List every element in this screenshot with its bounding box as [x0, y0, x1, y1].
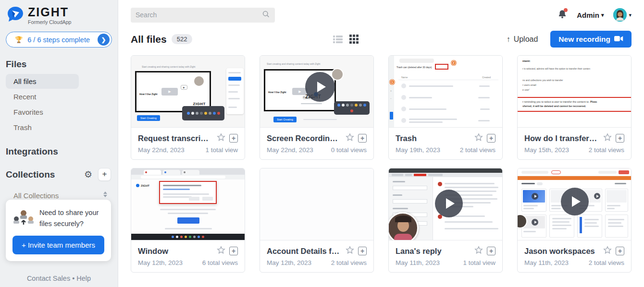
play-icon: ▶	[181, 85, 187, 90]
file-thumbnail[interactable]: ​ Start creating and sharing content tod…	[131, 56, 245, 128]
search-box[interactable]	[131, 8, 275, 23]
play-icon: ▶	[161, 88, 178, 96]
notifications-button[interactable]	[557, 9, 567, 21]
admin-label: Admin	[577, 11, 599, 19]
doc-line: e user'	[522, 88, 530, 91]
sidebar-item-recent[interactable]: Recent	[6, 89, 79, 104]
avatar[interactable]	[613, 8, 627, 22]
grid-view-toggle[interactable]	[349, 35, 359, 44]
new-recording-label: New recording	[558, 35, 610, 44]
file-thumbnail[interactable]: + − Trash can (deleted after 30 days) 2 …	[389, 56, 502, 128]
caret-down-icon: ▾	[629, 12, 632, 18]
thumb-caption: Start creating and sharing content today…	[142, 65, 195, 68]
file-card[interactable]: Lana's reply + May 11th, 2023 1 total vi…	[388, 168, 503, 273]
admin-menu[interactable]: Admin ▾	[577, 11, 604, 19]
play-overlay-icon[interactable]	[435, 190, 463, 217]
file-card[interactable]: Start creating and sharing content today…	[260, 55, 374, 160]
annotation-box	[159, 181, 217, 204]
file-thumbnail[interactable]	[260, 168, 373, 240]
add-to-collection-icon[interactable]: +	[487, 134, 495, 143]
invite-team-members-button[interactable]: + Invite team members	[12, 236, 104, 254]
file-count-badge: 522	[172, 34, 193, 44]
favorite-star-icon[interactable]	[216, 132, 226, 144]
add-to-collection-icon[interactable]: +	[616, 134, 624, 143]
file-thumbnail[interactable]: ZIGHT	[131, 168, 245, 240]
favorite-star-icon[interactable]	[603, 245, 612, 257]
file-date: May 12th, 2023	[138, 259, 183, 266]
file-card[interactable]: + − Trash can (deleted after 30 days) 2 …	[388, 55, 503, 160]
upload-button[interactable]: ↑ Upload	[507, 35, 538, 44]
invite-message: Need to share your files securely?	[39, 207, 104, 229]
file-card[interactable]: ZIGHT Win	[131, 168, 245, 273]
thumb-caption: Start creating and sharing content today…	[267, 62, 320, 65]
new-recording-button[interactable]: New recording	[550, 31, 632, 48]
file-thumbnail[interactable]: ntent: r is selected, admins will have t…	[518, 56, 631, 128]
sidebar-item-all-files[interactable]: All files	[6, 74, 79, 89]
thumb-logo: ZIGHT	[193, 102, 206, 106]
onboarding-progress[interactable]: 🏆 6 / 6 steps complete ❯	[6, 32, 112, 48]
search-input[interactable]	[136, 11, 262, 19]
presenter-avatar	[193, 75, 205, 87]
zight-logo-icon	[7, 6, 24, 25]
file-card[interactable]: ntent: r is selected, admins will have t…	[517, 55, 632, 160]
integrations-heading[interactable]: Integrations	[0, 142, 118, 161]
file-thumbnail[interactable]	[518, 168, 631, 240]
page-header: All files 522 ↑ Upload New recording	[118, 30, 644, 55]
file-views: 2 total views	[589, 259, 624, 266]
file-card[interactable]: ​ Start creating and sharing content tod…	[131, 55, 245, 160]
sort-toggle-icon[interactable]	[100, 191, 110, 198]
file-thumbnail[interactable]: Start creating and sharing content today…	[260, 56, 373, 128]
brand-logo[interactable]: ZIGHT Formerly CloudApp	[0, 0, 118, 28]
gear-icon[interactable]: ⚙	[84, 170, 92, 179]
favorite-star-icon[interactable]	[216, 245, 226, 257]
list-view-toggle[interactable]	[333, 35, 343, 44]
chevron-right-icon[interactable]: ❯	[98, 34, 110, 46]
file-date: May 12th, 2023	[267, 259, 311, 266]
collections-heading: Collections	[0, 165, 84, 184]
add-to-collection-icon[interactable]: +	[229, 134, 238, 143]
sidebar-item-trash[interactable]: Trash	[6, 120, 79, 135]
add-to-collection-icon[interactable]: +	[358, 134, 367, 143]
file-date: May 19th, 2023	[396, 146, 440, 154]
file-views: 0 total views	[331, 146, 367, 154]
add-to-collection-icon[interactable]: +	[358, 247, 367, 255]
thumb-logo: ZIGHT	[141, 184, 149, 187]
brand-name: ZIGHT	[28, 6, 71, 18]
add-to-collection-icon[interactable]: +	[487, 247, 495, 255]
file-views: 1 total view	[463, 259, 495, 266]
file-card[interactable]: Jason workspaces + May 11th, 2023 2 tota…	[517, 168, 632, 273]
play-overlay-icon[interactable]	[561, 188, 589, 215]
file-card[interactable]: Account Details for 2... + May 12th, 202…	[260, 168, 374, 273]
user-menu[interactable]: ▾	[613, 8, 632, 22]
file-title: Request transcription	[138, 134, 212, 143]
doc-line: ntent:	[522, 60, 531, 62]
thumb-col-created: Created	[482, 76, 491, 79]
notification-badge	[564, 8, 568, 12]
video-camera-icon	[614, 35, 623, 44]
favorite-star-icon[interactable]	[345, 245, 355, 257]
play-overlay-icon[interactable]	[305, 72, 335, 102]
main-content: Admin ▾ ▾ All files 522 ↑ Upload	[118, 0, 644, 287]
favorite-star-icon[interactable]	[345, 132, 355, 144]
recorder-toolbar	[182, 106, 224, 120]
add-to-collection-icon[interactable]: +	[229, 247, 238, 255]
add-collection-button[interactable]: +	[98, 168, 111, 181]
annotation-step-2: 2	[451, 60, 456, 65]
file-views: 6 total views	[202, 259, 238, 266]
trophy-icon: 🏆	[15, 36, 23, 43]
annotation-box	[435, 64, 448, 70]
caret-down-icon: ▾	[601, 12, 604, 18]
file-views: 2 total views	[331, 259, 367, 266]
thumb-slide-label: How I Use Zight	[139, 93, 158, 96]
sidebar-item-favorites[interactable]: Favorites	[6, 105, 79, 120]
add-to-collection-icon[interactable]: +	[616, 247, 624, 255]
windows-taskbar	[131, 234, 245, 240]
file-title: Jason workspaces	[524, 247, 599, 256]
file-date: May 22nd, 2023	[267, 146, 313, 154]
search-icon[interactable]	[262, 10, 270, 20]
favorite-star-icon[interactable]	[603, 132, 612, 144]
favorite-star-icon[interactable]	[474, 245, 483, 257]
sidebar-footer-links[interactable]: Contact Sales • Help	[0, 275, 118, 282]
favorite-star-icon[interactable]	[474, 132, 483, 144]
file-thumbnail[interactable]	[389, 168, 502, 240]
